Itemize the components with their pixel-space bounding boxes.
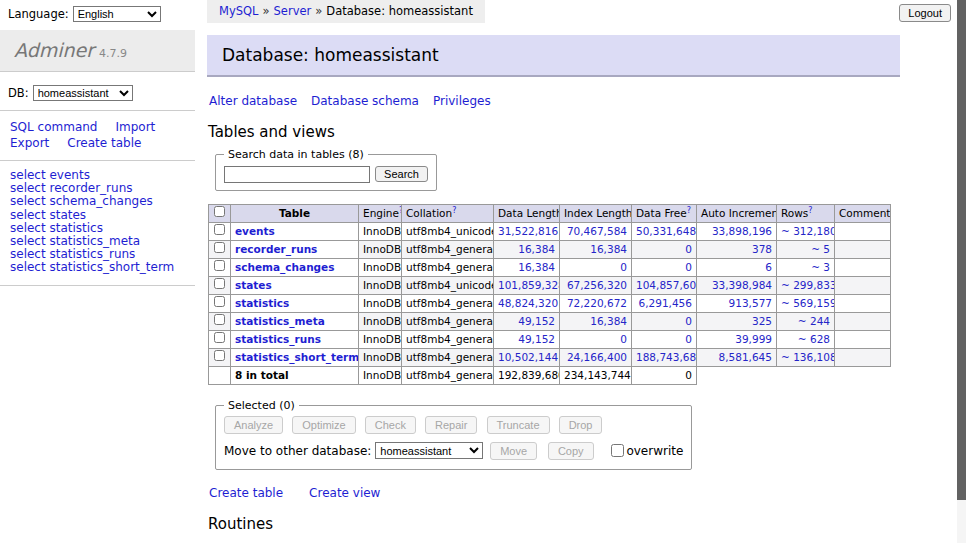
collation-cell: utf8mb4_general_ci (402, 294, 494, 312)
check-button[interactable]: Check (365, 416, 416, 434)
move-button[interactable]: Move (490, 442, 537, 460)
sidebar-item-select-states[interactable]: select states (10, 209, 185, 222)
table-link[interactable]: statistics_short_term (235, 351, 359, 363)
language-row: Language:English (0, 0, 195, 22)
database-schema-link[interactable]: Database schema (311, 94, 419, 108)
rows-count-cell[interactable]: ~ 5 (777, 240, 835, 258)
breadcrumb-server-link[interactable]: Server (274, 4, 312, 18)
engine-cell: InnoDB (359, 258, 402, 276)
app-version[interactable]: 4.7.9 (99, 47, 127, 60)
row-checkbox[interactable] (214, 242, 225, 253)
rows-count-cell[interactable]: ~ 569,159 (777, 294, 835, 312)
total-data-length: 192,839,680 (494, 366, 560, 384)
table-link[interactable]: schema_changes (235, 261, 335, 273)
total-index-length: 234,143,744 (560, 366, 632, 384)
column-header-comment: Comment? (835, 204, 891, 222)
table-link[interactable]: statistics (235, 297, 289, 309)
create-table-link[interactable]: Create table (209, 486, 283, 500)
scrollbar-thumb[interactable] (957, 0, 966, 500)
row-checkbox[interactable] (214, 332, 225, 343)
sidebar-item-select-schema-changes[interactable]: select schema_changes (10, 195, 185, 208)
overwrite-checkbox[interactable] (611, 444, 624, 457)
row-checkbox[interactable] (214, 278, 225, 289)
table-row: schema_changes InnoDB utf8mb4_general_ci… (209, 258, 891, 276)
comment-cell (835, 258, 891, 276)
tables-list: Table Engine? Collation? Data Length? In… (208, 204, 891, 385)
row-checkbox[interactable] (214, 296, 225, 307)
create-view-link[interactable]: Create view (309, 486, 380, 500)
collation-cell: utf8mb4_unicode_ci (402, 276, 494, 294)
table-total-row: 8 in total InnoDB utf8mb4_general_ci 192… (209, 366, 891, 384)
table-link[interactable]: states (235, 279, 272, 291)
help-icon[interactable]: ? (452, 205, 456, 214)
sidebar-actions: SQL commandImport ExportCreate table (0, 111, 195, 160)
data-free-cell: 104,857,600 (632, 276, 697, 294)
table-row: statistics_short_term InnoDB utf8mb4_gen… (209, 348, 891, 366)
comment-cell (835, 276, 891, 294)
sidebar-item-import[interactable]: Import (115, 120, 155, 134)
sidebar-item-export[interactable]: Export (10, 136, 49, 150)
search-button[interactable]: Search (375, 166, 428, 182)
rows-count-cell[interactable]: ~ 136,108 (777, 348, 835, 366)
sidebar-item-sql-command[interactable]: SQL command (10, 120, 97, 134)
table-link[interactable]: statistics_runs (235, 333, 321, 345)
logout-button[interactable]: Logout (899, 4, 951, 22)
repair-button[interactable]: Repair (425, 416, 477, 434)
table-row: statistics_meta InnoDB utf8mb4_general_c… (209, 312, 891, 330)
move-db-select[interactable]: homeassistant (375, 442, 483, 459)
comment-cell (835, 240, 891, 258)
db-select[interactable]: homeassistant (33, 85, 133, 101)
sidebar-item-create-table[interactable]: Create table (67, 136, 141, 150)
search-input[interactable] (224, 166, 370, 183)
db-selector-row: DB:homeassistant (0, 72, 195, 110)
comment-cell (835, 294, 891, 312)
table-link[interactable]: recorder_runs (235, 243, 317, 255)
select-all-checkbox[interactable] (214, 206, 225, 217)
vertical-scrollbar[interactable] (957, 0, 966, 543)
sidebar: Language:English Adminer4.7.9 DB:homeass… (0, 0, 195, 286)
table-row: statistics InnoDB utf8mb4_general_ci 48,… (209, 294, 891, 312)
copy-button[interactable]: Copy (548, 442, 594, 460)
privileges-link[interactable]: Privileges (433, 94, 491, 108)
selected-fieldset: Selected (0) Analyze Optimize Check Repa… (215, 399, 692, 470)
analyze-button[interactable]: Analyze (224, 416, 283, 434)
data-free-cell: 50,331,648 (632, 222, 697, 240)
search-legend: Search data in tables (8) (224, 148, 368, 161)
row-checkbox[interactable] (214, 260, 225, 271)
bulk-actions-row: Analyze Optimize Check Repair Truncate D… (224, 414, 683, 434)
table-row: states InnoDB utf8mb4_unicode_ci 101,859… (209, 276, 891, 294)
table-link[interactable]: statistics_meta (235, 315, 325, 327)
overwrite-label: overwrite (626, 444, 683, 458)
engine-cell: InnoDB (359, 312, 402, 330)
rows-count-cell[interactable]: ~ 312,180 (777, 222, 835, 240)
data-length-cell: 10,502,144 (494, 348, 560, 366)
rows-count-cell[interactable]: ~ 299,833 (777, 276, 835, 294)
table-row: statistics_runs InnoDB utf8mb4_general_c… (209, 330, 891, 348)
help-icon[interactable]: ? (808, 205, 812, 214)
help-icon[interactable]: ? (687, 205, 691, 214)
sidebar-item-select-statistics-short-term[interactable]: select statistics_short_term (10, 261, 185, 274)
drop-button[interactable]: Drop (559, 416, 603, 434)
row-checkbox[interactable] (214, 350, 225, 361)
breadcrumb-mysql-link[interactable]: MySQL (219, 4, 259, 18)
optimize-button[interactable]: Optimize (292, 416, 355, 434)
rows-count-cell[interactable]: ~ 628 (777, 330, 835, 348)
table-link[interactable]: events (235, 225, 275, 237)
comment-cell (835, 348, 891, 366)
language-select[interactable]: English (73, 6, 161, 22)
alter-database-link[interactable]: Alter database (209, 94, 297, 108)
data-free-cell: 0 (632, 240, 697, 258)
index-length-cell: 24,166,400 (560, 348, 632, 366)
row-checkbox[interactable] (214, 224, 225, 235)
rows-count-cell[interactable]: ~ 244 (777, 312, 835, 330)
truncate-button[interactable]: Truncate (487, 416, 550, 434)
index-length-cell: 70,467,584 (560, 222, 632, 240)
row-checkbox[interactable] (214, 314, 225, 325)
auto-increment-cell: 325 (697, 312, 777, 330)
index-length-cell: 72,220,672 (560, 294, 632, 312)
auto-increment-cell: 8,581,645 (697, 348, 777, 366)
collation-cell: utf8mb4_general_ci (402, 312, 494, 330)
database-actions: Alter databaseDatabase schemaPrivileges (209, 94, 900, 108)
app-name: Adminer (14, 39, 94, 61)
rows-count-cell[interactable]: ~ 3 (777, 258, 835, 276)
